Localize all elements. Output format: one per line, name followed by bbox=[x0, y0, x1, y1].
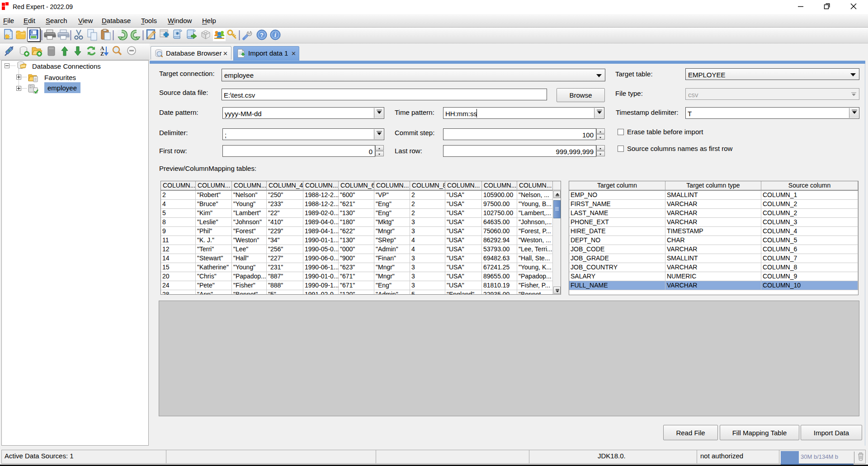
svg-text:i: i bbox=[274, 32, 276, 38]
svg-text:?: ? bbox=[260, 32, 264, 38]
svg-text:Z: Z bbox=[100, 51, 104, 57]
